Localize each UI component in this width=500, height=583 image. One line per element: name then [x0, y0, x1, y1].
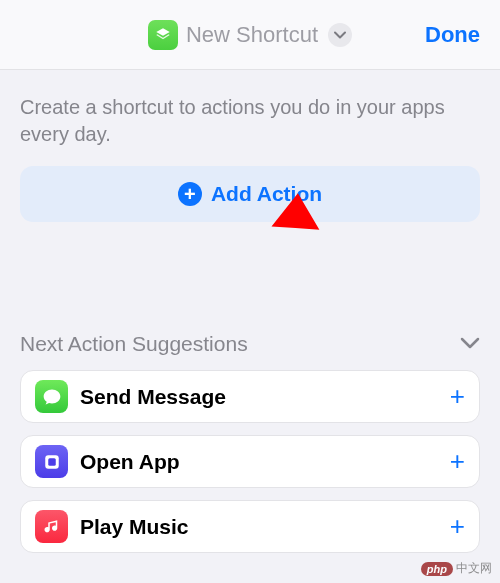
chevron-down-icon [460, 337, 480, 349]
suggestion-send-message[interactable]: Send Message + [20, 370, 480, 423]
layers-icon [154, 26, 172, 44]
content-area: Create a shortcut to actions you do in y… [0, 70, 500, 553]
description-text: Create a shortcut to actions you do in y… [20, 94, 480, 148]
svg-rect-1 [48, 458, 56, 466]
watermark-text: 中文网 [456, 560, 492, 577]
watermark-badge: php [421, 562, 453, 576]
music-icon [35, 510, 68, 543]
suggestions-title: Next Action Suggestions [20, 332, 248, 356]
add-action-label: Add Action [211, 182, 322, 206]
add-action-button[interactable]: Add Action [20, 166, 480, 222]
messages-icon [35, 380, 68, 413]
collapse-suggestions-button[interactable] [460, 335, 480, 353]
suggestion-label: Send Message [80, 385, 450, 409]
plus-circle-icon [178, 182, 202, 206]
suggestion-label: Play Music [80, 515, 450, 539]
suggestion-play-music[interactable]: Play Music + [20, 500, 480, 553]
add-suggestion-icon[interactable]: + [450, 381, 465, 412]
add-suggestion-icon[interactable]: + [450, 446, 465, 477]
watermark: php 中文网 [421, 560, 492, 577]
add-suggestion-icon[interactable]: + [450, 511, 465, 542]
done-button[interactable]: Done [425, 22, 480, 48]
shortcuts-icon [35, 445, 68, 478]
chevron-down-icon [334, 31, 346, 39]
header-bar: New Shortcut Done [0, 0, 500, 70]
shortcuts-app-icon [148, 20, 178, 50]
header-center: New Shortcut [148, 20, 352, 50]
page-title: New Shortcut [186, 22, 318, 48]
title-dropdown-button[interactable] [328, 23, 352, 47]
suggestion-open-app[interactable]: Open App + [20, 435, 480, 488]
suggestion-label: Open App [80, 450, 450, 474]
suggestions-header[interactable]: Next Action Suggestions [20, 332, 480, 356]
